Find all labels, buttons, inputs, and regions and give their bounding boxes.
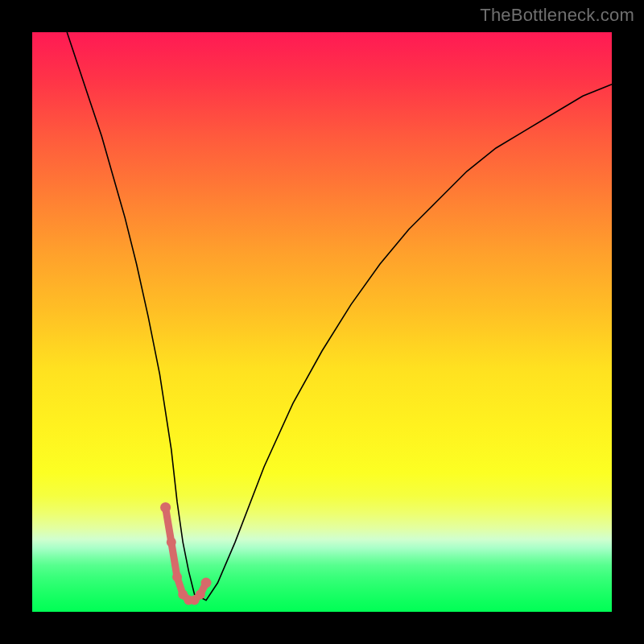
outer-frame: TheBottleneck.com (0, 0, 644, 644)
sweet-spot-point (196, 589, 205, 599)
sweet-spot-point (201, 578, 212, 588)
chart-svg (32, 32, 612, 612)
chart-plot-area (32, 32, 612, 612)
watermark-text: TheBottleneck.com (480, 5, 634, 26)
sweet-spot-point (167, 538, 176, 547)
bottleneck-curve-path (67, 32, 612, 601)
sweet-spot-point (172, 572, 182, 582)
bottleneck-curve (67, 32, 612, 601)
sweet-spot-point (160, 502, 171, 513)
